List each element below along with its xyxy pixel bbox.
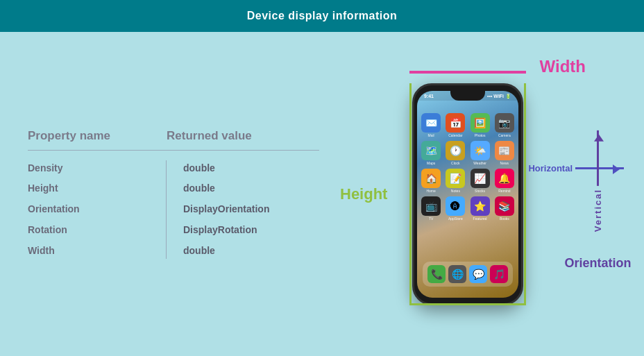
main-content: Property name Returned value Density Hei… xyxy=(0,32,644,356)
phone-body: 9:41 ▪▪▪ WiFi 🔋 ✉️Mail 📅Calendar 🖼️Photo… xyxy=(412,83,523,305)
list-item: 🖼️Photos xyxy=(470,113,491,137)
table-rows: Density Height Orientation Rotation Widt… xyxy=(28,160,319,260)
val-density: double xyxy=(183,160,319,177)
col-property-header: Property name xyxy=(28,129,167,143)
status-time: 9:41 xyxy=(424,94,434,99)
list-item: 🕐Clock xyxy=(445,141,466,165)
phone-notch xyxy=(450,91,485,101)
header-title: Device display information xyxy=(247,10,398,22)
list-item: 🅐AppStore xyxy=(445,196,466,221)
prop-orientation: Orientation xyxy=(28,201,155,218)
prop-rotation: Rotation xyxy=(28,222,155,239)
app-grid: ✉️Mail 📅Calendar 🖼️Photos 📷Camera 🗺️Maps… xyxy=(417,101,518,223)
list-item: 📅Calendar xyxy=(445,113,466,137)
table-headers: Property name Returned value xyxy=(28,129,319,143)
page-wrapper: Device display information Property name… xyxy=(0,0,644,356)
property-column: Density Height Orientation Rotation Widt… xyxy=(28,160,167,260)
val-height: double xyxy=(183,180,319,197)
list-item: 🗺️Maps xyxy=(421,141,441,165)
list-item: ✉️Mail xyxy=(421,113,441,137)
width-bar xyxy=(409,71,526,74)
vertical-section: Vertical Orientation xyxy=(593,130,603,235)
dock-icon: 🎵 xyxy=(490,265,508,283)
list-item: 🏠Home xyxy=(421,169,441,193)
width-label: Width xyxy=(540,57,586,76)
list-item: 📈Stocks xyxy=(470,169,491,193)
phone-diagram: Height Width 9:41 ▪▪▪ WiFi 🔋 xyxy=(319,62,616,326)
list-item: 🌤️Weather xyxy=(470,141,491,165)
dock-icon: 💬 xyxy=(469,265,487,283)
status-icons: ▪▪▪ WiFi 🔋 xyxy=(487,94,511,99)
list-item: 📷Camera xyxy=(494,113,515,137)
prop-density: Density xyxy=(28,160,155,177)
value-column: double double DisplayOrientation Display… xyxy=(167,160,319,260)
vertical-label: Vertical xyxy=(593,188,603,231)
list-item: ⭐Featured xyxy=(470,196,491,221)
phone-dock: 📞 🌐 💬 🎵 xyxy=(423,262,513,287)
list-item: 🔔Remind xyxy=(494,169,515,193)
list-item: 📝Notes xyxy=(445,169,466,193)
table-divider xyxy=(28,150,319,151)
prop-width: Width xyxy=(28,243,155,260)
val-orientation: DisplayOrientation xyxy=(183,201,319,218)
height-label: Height xyxy=(340,185,387,203)
list-item: 📚Books xyxy=(494,196,515,221)
dock-icon: 🌐 xyxy=(448,265,466,283)
table-section: Property name Returned value Density Hei… xyxy=(28,129,319,260)
dock-icon: 📞 xyxy=(427,265,446,283)
phone-screen: 9:41 ▪▪▪ WiFi 🔋 ✉️Mail 📅Calendar 🖼️Photo… xyxy=(417,91,518,298)
val-rotation: DisplayRotation xyxy=(183,222,319,239)
list-item: 📺TV xyxy=(421,196,441,221)
phone-wrapper: Width 9:41 ▪▪▪ WiFi 🔋 ✉️Mail xyxy=(412,83,523,305)
vertical-arrow-icon xyxy=(597,130,599,185)
list-item: 📰News xyxy=(494,141,515,165)
horizontal-arrow-group: Horizontal xyxy=(528,163,624,173)
col-value-header: Returned value xyxy=(167,129,319,143)
val-width: double xyxy=(183,243,319,260)
header-bar: Device display information xyxy=(0,0,644,32)
horizontal-label: Horizontal xyxy=(528,163,573,173)
orientation-label: Orientation xyxy=(564,256,631,271)
prop-height: Height xyxy=(28,180,155,197)
